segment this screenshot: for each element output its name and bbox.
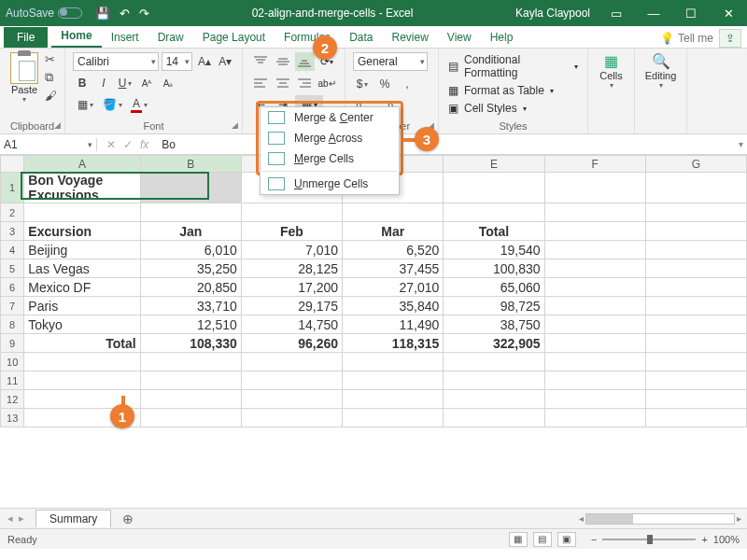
row-header-3[interactable]: 3 xyxy=(1,222,24,241)
cell-F5[interactable] xyxy=(544,259,645,278)
font-size-combo[interactable]: 14 xyxy=(162,52,193,71)
align-center-icon[interactable] xyxy=(273,74,293,92)
row-header-8[interactable]: 8 xyxy=(1,315,24,334)
cell-B8[interactable]: 12,510 xyxy=(140,315,241,334)
percent-icon[interactable]: % xyxy=(375,75,394,93)
cell-D2[interactable] xyxy=(343,203,444,222)
cell-F1[interactable] xyxy=(544,173,645,203)
tab-view[interactable]: View xyxy=(438,27,481,48)
share-button[interactable]: ⇪ xyxy=(719,29,741,48)
number-format-combo[interactable]: General xyxy=(353,52,428,71)
cell-D13[interactable] xyxy=(343,409,444,427)
cell-A11[interactable] xyxy=(24,371,140,390)
cell-E7[interactable]: 98,725 xyxy=(444,297,544,315)
cell-F4[interactable] xyxy=(544,241,645,259)
tab-data[interactable]: Data xyxy=(340,27,382,48)
cell-G9[interactable] xyxy=(645,334,746,353)
cell-B6[interactable]: 20,850 xyxy=(140,278,241,297)
underline-button[interactable]: U▾ xyxy=(116,74,134,92)
minimize-icon[interactable]: — xyxy=(635,0,672,26)
cell-E10[interactable] xyxy=(444,353,544,371)
cell-D10[interactable] xyxy=(343,353,444,371)
font-color-button[interactable]: A▾ xyxy=(127,95,151,114)
cell-E12[interactable] xyxy=(444,390,544,409)
cell-B1[interactable] xyxy=(140,173,241,203)
cell-G4[interactable] xyxy=(645,241,746,259)
italic-button[interactable]: I xyxy=(94,74,113,92)
col-header-g[interactable]: G xyxy=(645,156,746,173)
font-name-combo[interactable]: Calibri xyxy=(73,52,159,71)
cell-D9[interactable]: 118,315 xyxy=(343,334,444,353)
cell-B12[interactable] xyxy=(140,390,241,409)
tab-page-layout[interactable]: Page Layout xyxy=(193,27,275,48)
dialog-launcher-icon[interactable]: ◢ xyxy=(54,120,61,130)
tab-file[interactable]: File xyxy=(4,27,48,48)
cell-D6[interactable]: 27,010 xyxy=(343,278,444,297)
row-header-12[interactable]: 12 xyxy=(1,390,24,409)
fill-color-button[interactable]: 🪣▾ xyxy=(100,95,124,114)
cell-G3[interactable] xyxy=(645,222,746,241)
select-all-corner[interactable] xyxy=(1,156,24,173)
cell-A10[interactable] xyxy=(24,353,140,371)
format-painter-icon[interactable]: 🖌 xyxy=(45,89,57,103)
page-break-view-icon[interactable]: ▣ xyxy=(557,532,576,547)
row-header-7[interactable]: 7 xyxy=(1,297,24,315)
cell-A9[interactable]: Total xyxy=(24,334,140,353)
cell-B10[interactable] xyxy=(140,353,241,371)
cut-icon[interactable]: ✂ xyxy=(45,52,57,66)
cell-F12[interactable] xyxy=(544,390,645,409)
tab-insert[interactable]: Insert xyxy=(102,27,148,48)
menu-merge-across[interactable]: Merge Across xyxy=(261,128,399,148)
cell-G5[interactable] xyxy=(645,259,746,278)
cell-B7[interactable]: 33,710 xyxy=(140,297,241,315)
cell-F7[interactable] xyxy=(544,297,645,315)
sheet-nav-last-icon[interactable]: ▸ xyxy=(19,512,24,525)
cell-B11[interactable] xyxy=(140,371,241,390)
col-header-e[interactable]: E xyxy=(444,156,544,173)
sheet-tab-summary[interactable]: Summary xyxy=(35,510,111,527)
zoom-in-icon[interactable]: + xyxy=(701,534,707,545)
cell-G12[interactable] xyxy=(645,390,746,409)
worksheet[interactable]: A B C D E F G 1Bon Voyage Excursions23Ex… xyxy=(0,155,747,508)
cell-C2[interactable] xyxy=(241,203,342,222)
menu-merge-center[interactable]: Merge & Center xyxy=(261,107,399,128)
cell-A2[interactable] xyxy=(24,203,140,222)
cell-C5[interactable]: 28,125 xyxy=(241,259,342,278)
cell-B4[interactable]: 6,010 xyxy=(140,241,241,259)
format-as-table-button[interactable]: ▦Format as Table▾ xyxy=(446,83,580,98)
cell-F11[interactable] xyxy=(544,371,645,390)
cell-A1[interactable]: Bon Voyage Excursions xyxy=(24,173,140,203)
dialog-launcher-icon[interactable]: ◢ xyxy=(232,120,238,130)
superscript-icon[interactable]: Aᴬ xyxy=(137,74,156,92)
tell-me[interactable]: 💡 Tell me xyxy=(660,32,713,45)
increase-font-icon[interactable]: A▴ xyxy=(195,52,213,71)
cell-G1[interactable] xyxy=(645,173,746,203)
cell-B5[interactable]: 35,250 xyxy=(140,259,241,278)
cell-E2[interactable] xyxy=(444,203,544,222)
align-right-icon[interactable] xyxy=(295,74,316,92)
cell-G10[interactable] xyxy=(645,353,746,371)
maximize-icon[interactable]: ☐ xyxy=(672,0,710,26)
comma-icon[interactable]: , xyxy=(398,75,416,93)
zoom-out-icon[interactable]: − xyxy=(591,534,597,545)
user-name[interactable]: Kayla Claypool xyxy=(508,7,598,20)
undo-icon[interactable]: ↶ xyxy=(120,7,130,21)
cell-C7[interactable]: 29,175 xyxy=(241,297,342,315)
cell-styles-button[interactable]: ▣Cell Styles▾ xyxy=(446,101,580,116)
cell-E13[interactable] xyxy=(444,409,544,427)
cell-E9[interactable]: 322,905 xyxy=(444,334,544,353)
tab-home[interactable]: Home xyxy=(51,25,101,48)
cell-B2[interactable] xyxy=(140,203,241,222)
cancel-formula-icon[interactable]: ✕ xyxy=(106,138,116,151)
cell-B9[interactable]: 108,330 xyxy=(140,334,241,353)
cell-G7[interactable] xyxy=(645,297,746,315)
tab-draw[interactable]: Draw xyxy=(148,27,193,48)
autosave-toggle[interactable]: AutoSave xyxy=(0,7,88,20)
row-header-2[interactable]: 2 xyxy=(1,203,24,222)
cell-D12[interactable] xyxy=(343,390,444,409)
cell-A5[interactable]: Las Vegas xyxy=(24,259,140,278)
row-header-10[interactable]: 10 xyxy=(1,353,24,371)
cell-A3[interactable]: Excursion xyxy=(24,222,140,241)
align-top-icon[interactable] xyxy=(250,52,271,71)
row-header-1[interactable]: 1 xyxy=(1,173,24,203)
